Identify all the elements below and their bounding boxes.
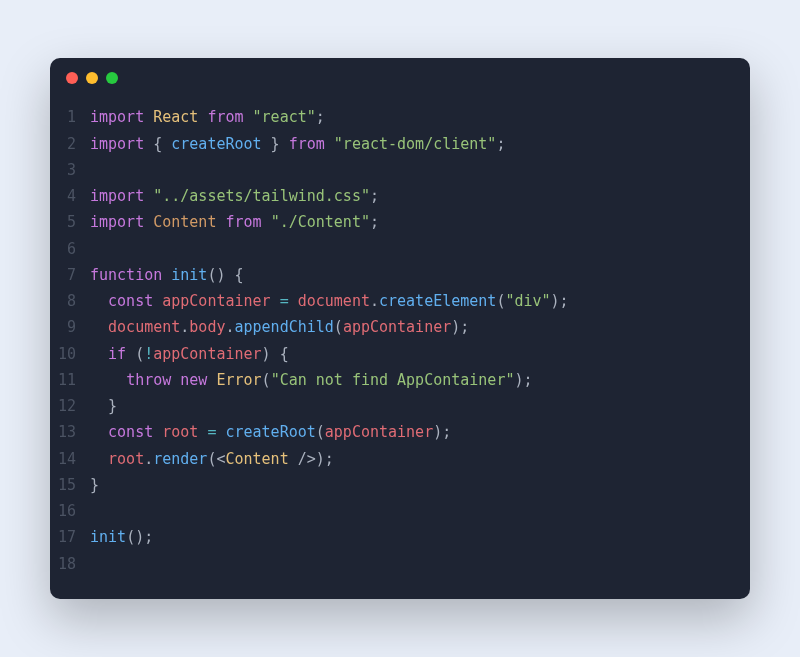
line-number: 15 [56, 472, 90, 498]
code-line: 4import "../assets/tailwind.css"; [56, 183, 732, 209]
line-number: 13 [56, 419, 90, 445]
code-editor[interactable]: 1import React from "react";2import { cre… [50, 98, 750, 599]
line-number: 12 [56, 393, 90, 419]
code-line: 5import Content from "./Content"; [56, 209, 732, 235]
close-icon[interactable] [66, 72, 78, 84]
code-content: function init() { [90, 262, 732, 288]
code-content [90, 236, 732, 262]
code-line: 18 [56, 551, 732, 577]
line-number: 11 [56, 367, 90, 393]
code-line: 6 [56, 236, 732, 262]
zoom-icon[interactable] [106, 72, 118, 84]
line-number: 3 [56, 157, 90, 183]
code-line: 11 throw new Error("Can not find AppCont… [56, 367, 732, 393]
code-content [90, 551, 732, 577]
code-content: import "../assets/tailwind.css"; [90, 183, 732, 209]
line-number: 5 [56, 209, 90, 235]
code-line: 2import { createRoot } from "react-dom/c… [56, 131, 732, 157]
line-number: 18 [56, 551, 90, 577]
code-line: 9 document.body.appendChild(appContainer… [56, 314, 732, 340]
line-number: 8 [56, 288, 90, 314]
line-number: 4 [56, 183, 90, 209]
line-number: 14 [56, 446, 90, 472]
code-content: import React from "react"; [90, 104, 732, 130]
code-line: 13 const root = createRoot(appContainer)… [56, 419, 732, 445]
code-content: const appContainer = document.createElem… [90, 288, 732, 314]
code-window: 1import React from "react";2import { cre… [50, 58, 750, 599]
line-number: 17 [56, 524, 90, 550]
code-line: 1import React from "react"; [56, 104, 732, 130]
code-line: 17init(); [56, 524, 732, 550]
code-content: } [90, 472, 732, 498]
line-number: 7 [56, 262, 90, 288]
code-content [90, 498, 732, 524]
code-line: 14 root.render(<Content />); [56, 446, 732, 472]
code-line: 10 if (!appContainer) { [56, 341, 732, 367]
code-line: 3 [56, 157, 732, 183]
code-line: 8 const appContainer = document.createEl… [56, 288, 732, 314]
code-line: 16 [56, 498, 732, 524]
line-number: 16 [56, 498, 90, 524]
code-content [90, 157, 732, 183]
code-content: init(); [90, 524, 732, 550]
line-number: 9 [56, 314, 90, 340]
code-content: root.render(<Content />); [90, 446, 732, 472]
code-content: throw new Error("Can not find AppContain… [90, 367, 732, 393]
code-line: 15} [56, 472, 732, 498]
code-content: document.body.appendChild(appContainer); [90, 314, 732, 340]
code-content: import Content from "./Content"; [90, 209, 732, 235]
code-content: if (!appContainer) { [90, 341, 732, 367]
code-line: 12 } [56, 393, 732, 419]
line-number: 1 [56, 104, 90, 130]
line-number: 2 [56, 131, 90, 157]
minimize-icon[interactable] [86, 72, 98, 84]
window-titlebar [50, 58, 750, 98]
code-line: 7function init() { [56, 262, 732, 288]
line-number: 6 [56, 236, 90, 262]
code-content: import { createRoot } from "react-dom/cl… [90, 131, 732, 157]
line-number: 10 [56, 341, 90, 367]
code-content: } [90, 393, 732, 419]
code-content: const root = createRoot(appContainer); [90, 419, 732, 445]
